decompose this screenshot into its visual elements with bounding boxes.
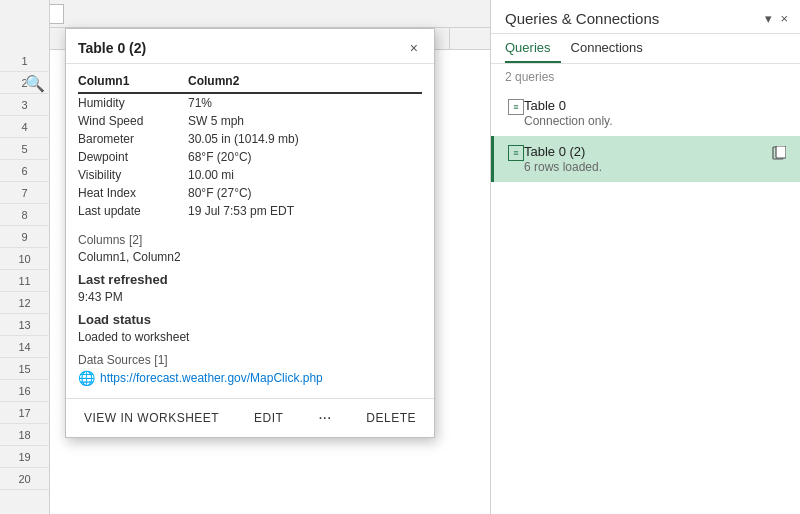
row-num-cell: 15 bbox=[0, 358, 50, 380]
popup-title: Table 0 (2) bbox=[78, 40, 146, 56]
row-num-cell: 9 bbox=[0, 226, 50, 248]
delete-button[interactable]: DELETE bbox=[360, 407, 422, 429]
table-cell-col1: Heat Index bbox=[78, 184, 188, 202]
queries-pin-icon[interactable]: ▾ bbox=[765, 11, 772, 26]
row-num-cell: 6 bbox=[0, 160, 50, 182]
globe-icon: 🌐 bbox=[78, 370, 95, 386]
columns-section-title: Columns [2] bbox=[78, 232, 422, 247]
row-num-cell: 19 bbox=[0, 446, 50, 468]
query-table0-2-name: Table 0 (2) bbox=[524, 144, 766, 159]
more-options-button[interactable]: ··· bbox=[312, 410, 337, 426]
row-numbers: 1234567891011121314151617181920 bbox=[0, 50, 50, 514]
queries-panel-title: Queries & Connections bbox=[505, 10, 659, 27]
query-table0-content: Table 0 Connection only. bbox=[524, 98, 786, 128]
query-table0-desc: Connection only. bbox=[524, 114, 786, 128]
row-num-cell: 4 bbox=[0, 116, 50, 138]
query-table0-2-action[interactable] bbox=[772, 146, 786, 163]
queries-count: 2 queries bbox=[491, 64, 800, 90]
table-row: Visibility10.00 mi bbox=[78, 166, 422, 184]
table-cell-col2: 80°F (27°C) bbox=[188, 184, 422, 202]
svg-rect-1 bbox=[776, 146, 786, 158]
table-cell-col2: SW 5 mph bbox=[188, 112, 422, 130]
query-table0-icon: ≡ bbox=[508, 99, 524, 115]
table-row: Humidity71% bbox=[78, 93, 422, 112]
query-item-table0-2[interactable]: ≡ Table 0 (2) 6 rows loaded. bbox=[491, 136, 800, 182]
table-cell-col1: Wind Speed bbox=[78, 112, 188, 130]
row-num-cell: 18 bbox=[0, 424, 50, 446]
load-status-title: Load status bbox=[78, 312, 422, 327]
table-cell-col2: 68°F (20°C) bbox=[188, 148, 422, 166]
table-cell-col2: 19 Jul 7:53 pm EDT bbox=[188, 202, 422, 220]
row-num-cell: 10 bbox=[0, 248, 50, 270]
search-q-label: 🔍 bbox=[25, 74, 45, 93]
query-table0-2-desc: 6 rows loaded. bbox=[524, 160, 766, 174]
row-num-cell: 13 bbox=[0, 314, 50, 336]
queries-tabs: Queries Connections bbox=[491, 34, 800, 64]
view-in-worksheet-button[interactable]: VIEW IN WORKSHEET bbox=[78, 407, 225, 429]
table-cell-col2: 30.05 in (1014.9 mb) bbox=[188, 130, 422, 148]
edit-button[interactable]: EDIT bbox=[248, 407, 289, 429]
row-num-cell: 12 bbox=[0, 292, 50, 314]
table-cell-col1: Barometer bbox=[78, 130, 188, 148]
table-row: Heat Index80°F (27°C) bbox=[78, 184, 422, 202]
data-sources-title: Data Sources [1] bbox=[78, 352, 422, 367]
table-cell-col2: 10.00 mi bbox=[188, 166, 422, 184]
table-row: Last update19 Jul 7:53 pm EDT bbox=[78, 202, 422, 220]
row-num-cell: 14 bbox=[0, 336, 50, 358]
popup-card: Table 0 (2) × Column1 Column2 Humidity71… bbox=[65, 28, 435, 438]
row-num-cell: 8 bbox=[0, 204, 50, 226]
load-status-value: Loaded to worksheet bbox=[78, 330, 422, 344]
row-num-cell: 16 bbox=[0, 380, 50, 402]
queries-header-icons: ▾ × bbox=[765, 11, 788, 26]
popup-close-button[interactable]: × bbox=[406, 39, 422, 57]
excel-top-bar: Q bbox=[0, 0, 490, 28]
row-num-cell: 11 bbox=[0, 270, 50, 292]
row-num-cell: 7 bbox=[0, 182, 50, 204]
row-num-cell: 5 bbox=[0, 138, 50, 160]
table-cell-col1: Last update bbox=[78, 202, 188, 220]
table-cell-col1: Visibility bbox=[78, 166, 188, 184]
data-source-row: 🌐 https://forecast.weather.gov/MapClick.… bbox=[78, 370, 422, 386]
edit-underline bbox=[248, 429, 289, 431]
columns-links[interactable]: Column1, Column2 bbox=[78, 250, 422, 264]
query-table0-2-icon: ≡ bbox=[508, 145, 524, 161]
query-table0-name: Table 0 bbox=[524, 98, 786, 113]
table-cell-col1: Humidity bbox=[78, 93, 188, 112]
popup-data-table: Column1 Column2 Humidity71%Wind SpeedSW … bbox=[78, 72, 422, 220]
table-cell-col1: Dewpoint bbox=[78, 148, 188, 166]
last-refreshed-value: 9:43 PM bbox=[78, 290, 422, 304]
table-col1-header: Column1 bbox=[78, 72, 188, 93]
query-item-table0[interactable]: ≡ Table 0 Connection only. bbox=[491, 90, 800, 136]
queries-close-icon[interactable]: × bbox=[780, 11, 788, 26]
queries-header: Queries & Connections ▾ × bbox=[491, 0, 800, 34]
queries-panel: Queries & Connections ▾ × Queries Connec… bbox=[490, 0, 800, 514]
popup-body: Column1 Column2 Humidity71%Wind SpeedSW … bbox=[66, 64, 434, 394]
table-cell-col2: 71% bbox=[188, 93, 422, 112]
table-row: Barometer30.05 in (1014.9 mb) bbox=[78, 130, 422, 148]
popup-footer: VIEW IN WORKSHEET EDIT ··· DELETE bbox=[66, 398, 434, 437]
search-icon[interactable]: 🔍 bbox=[20, 68, 50, 98]
tab-queries[interactable]: Queries bbox=[505, 34, 561, 63]
popup-header: Table 0 (2) × bbox=[66, 29, 434, 64]
table-row: Wind SpeedSW 5 mph bbox=[78, 112, 422, 130]
row-num-cell: 20 bbox=[0, 468, 50, 490]
query-table0-2-content: Table 0 (2) 6 rows loaded. bbox=[524, 144, 766, 174]
table-col2-header: Column2 bbox=[188, 72, 422, 93]
table-row: Dewpoint68°F (20°C) bbox=[78, 148, 422, 166]
last-refreshed-title: Last refreshed bbox=[78, 272, 422, 287]
row-num-cell: 17 bbox=[0, 402, 50, 424]
data-source-url[interactable]: https://forecast.weather.gov/MapClick.ph… bbox=[100, 371, 323, 385]
tab-connections[interactable]: Connections bbox=[571, 34, 653, 63]
